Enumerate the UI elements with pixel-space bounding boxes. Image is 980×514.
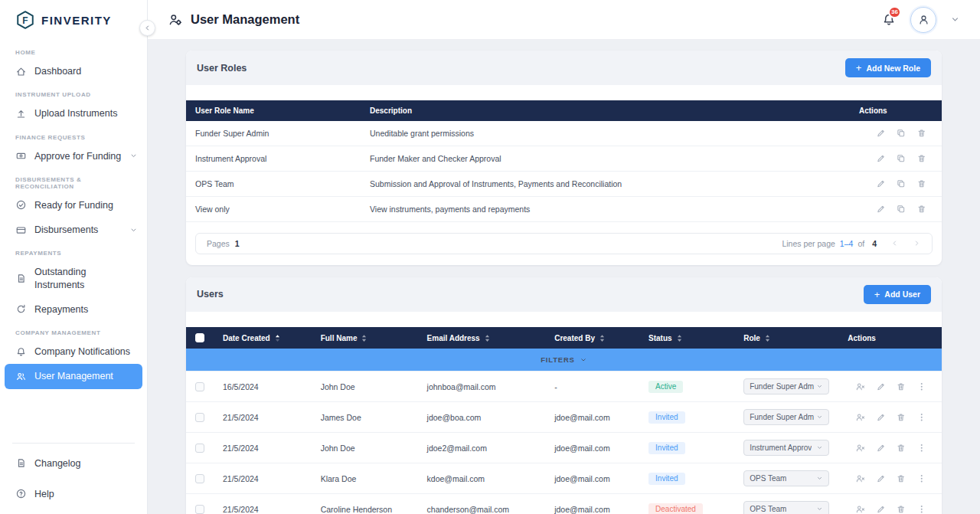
table-row: 21/5/2024 John Doe jdoe2@mail.com jdoe@m… (186, 433, 942, 463)
role-select[interactable]: OPS Team (743, 470, 829, 486)
table-row: 16/5/2024 John Doe johnboa@mail.com - Ac… (186, 372, 942, 402)
delete-icon[interactable] (916, 204, 927, 214)
sidebar-collapse-button[interactable] (139, 20, 155, 36)
deactivate-user-icon[interactable] (855, 412, 866, 423)
sidebar-item-label: User Management (34, 370, 133, 382)
sidebar-item-label: Approve for Funding (34, 150, 122, 162)
delete-icon[interactable] (896, 412, 906, 423)
filters-toggle[interactable]: FILTERS (541, 355, 586, 364)
row-checkbox[interactable] (195, 444, 204, 453)
bell-icon (15, 346, 27, 358)
banknote-icon (15, 150, 27, 162)
copy-icon[interactable] (896, 128, 906, 139)
edit-icon[interactable] (876, 128, 887, 139)
copy-icon[interactable] (896, 153, 906, 164)
add-user-button[interactable]: + Add User (864, 285, 931, 304)
sidebar-item-ready-for-funding[interactable]: Ready for Funding (0, 193, 147, 218)
sidebar-footer: Changelog Help (0, 438, 147, 514)
column-header-email[interactable]: Email Address (418, 327, 546, 349)
row-checkbox[interactable] (195, 474, 204, 483)
sidebar-item-repayments[interactable]: Repayments (0, 297, 147, 322)
delete-icon[interactable] (896, 443, 906, 453)
logo-text: FINVERITY (41, 14, 112, 27)
table-row: 21/5/2024 Klara Doe kdoe@mail.com jdoe@m… (186, 463, 942, 494)
notifications-button[interactable]: 36 (881, 12, 897, 28)
edit-icon[interactable] (876, 204, 887, 214)
current-page: 1 (235, 239, 240, 248)
sidebar-item-company-notifications[interactable]: Company Notifications (0, 339, 147, 364)
account-menu-button[interactable] (950, 15, 960, 25)
edit-icon[interactable] (876, 412, 887, 423)
row-checkbox[interactable] (195, 382, 204, 391)
sidebar-item-upload-instruments[interactable]: Upload Instruments (0, 101, 147, 126)
sidebar-item-user-management[interactable]: User Management (5, 364, 142, 388)
deactivate-user-icon[interactable] (855, 473, 866, 484)
more-options-icon[interactable] (916, 504, 927, 514)
delete-icon[interactable] (916, 128, 927, 139)
section-label-company-management: COMPANY MANAGEMENT (0, 322, 147, 339)
status-badge: Deactivated (648, 503, 703, 514)
column-header-created-by[interactable]: Created By (545, 327, 639, 349)
section-label-finance-requests: FINANCE REQUESTS (0, 126, 147, 144)
prev-page-button[interactable] (890, 239, 899, 247)
edit-icon[interactable] (876, 178, 887, 189)
deactivate-user-icon[interactable] (855, 381, 866, 392)
cell-full-name: James Doe (312, 402, 418, 433)
edit-icon[interactable] (876, 381, 887, 392)
more-options-icon[interactable] (916, 412, 927, 423)
chevron-down-icon (816, 444, 823, 451)
select-all-checkbox[interactable] (195, 333, 204, 342)
topbar: User Management 36 (148, 0, 980, 40)
of-label: of (858, 239, 864, 248)
more-options-icon[interactable] (916, 381, 927, 392)
sort-icon (599, 334, 605, 342)
more-options-icon[interactable] (916, 473, 927, 484)
column-header-full-name[interactable]: Full Name (312, 327, 418, 349)
document-icon (15, 457, 27, 469)
status-badge: Invited (648, 411, 684, 424)
delete-icon[interactable] (916, 178, 927, 189)
chevron-down-icon (816, 506, 823, 512)
cell-role-name: Instrument Approval (186, 146, 361, 171)
sidebar-item-changelog[interactable]: Changelog (0, 451, 147, 476)
role-select[interactable]: Funder Super Adm (743, 409, 829, 425)
delete-icon[interactable] (896, 504, 906, 514)
sort-asc-icon (275, 334, 280, 342)
column-header-role[interactable]: Role (734, 327, 838, 349)
credit-card-icon (15, 224, 27, 236)
sidebar-item-label: Dashboard (34, 65, 138, 77)
role-select[interactable]: Instrument Approv (743, 440, 829, 456)
copy-icon[interactable] (896, 178, 906, 189)
delete-icon[interactable] (916, 153, 927, 164)
more-options-icon[interactable] (916, 443, 927, 453)
copy-icon[interactable] (896, 204, 906, 214)
sort-icon (677, 334, 682, 342)
row-checkbox[interactable] (195, 505, 204, 514)
delete-icon[interactable] (896, 381, 906, 392)
lines-range: 1–4 (840, 239, 854, 248)
sidebar-item-outstanding-instruments[interactable]: Outstanding Instruments (0, 260, 147, 297)
users-icon (15, 371, 27, 382)
column-header-status[interactable]: Status (639, 327, 734, 349)
delete-icon[interactable] (896, 473, 906, 484)
next-page-button[interactable] (913, 239, 921, 247)
edit-icon[interactable] (876, 153, 887, 164)
sidebar-item-approve-for-funding[interactable]: Approve for Funding (0, 144, 147, 169)
avatar[interactable] (910, 7, 936, 33)
add-new-role-button[interactable]: + Add New Role (845, 58, 931, 77)
sidebar-item-help[interactable]: Help (0, 482, 147, 506)
role-select[interactable]: OPS Team (743, 501, 829, 514)
sidebar-item-dashboard[interactable]: Dashboard (0, 59, 147, 83)
edit-icon[interactable] (876, 443, 887, 453)
edit-icon[interactable] (876, 473, 887, 484)
table-row: 21/5/2024 Caroline Henderson chanderson@… (186, 494, 942, 514)
sidebar-item-disbursements[interactable]: Disbursements (0, 218, 147, 242)
deactivate-user-icon[interactable] (855, 443, 866, 453)
deactivate-user-icon[interactable] (855, 504, 866, 514)
section-label-instrument-upload: INSTRUMENT UPLOAD (0, 83, 147, 101)
role-select[interactable]: Funder Super Adm (743, 378, 829, 395)
status-badge: Invited (648, 473, 684, 485)
edit-icon[interactable] (876, 504, 887, 514)
column-header-date-created[interactable]: Date Created (214, 327, 312, 349)
row-checkbox[interactable] (195, 413, 204, 422)
